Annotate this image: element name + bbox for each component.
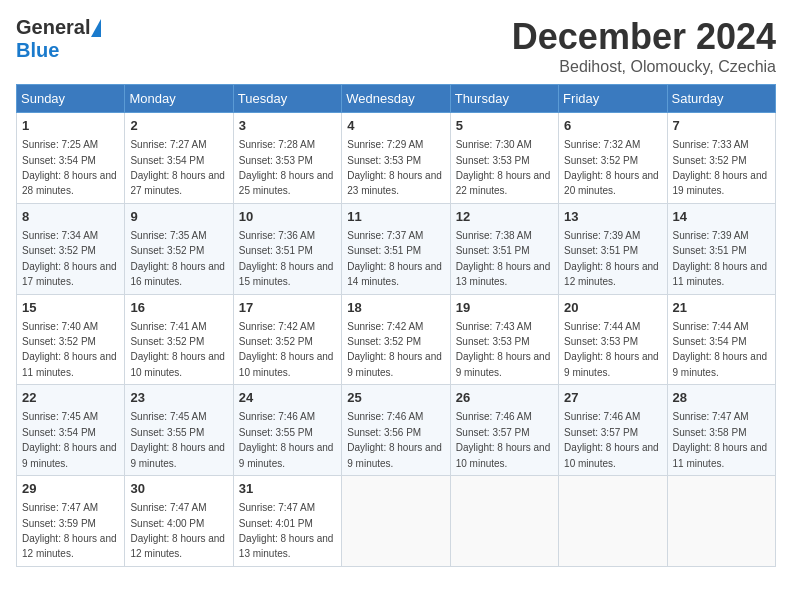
logo-triangle-icon [91, 19, 101, 37]
day-info: Sunrise: 7:43 AMSunset: 3:53 PMDaylight:… [456, 321, 551, 378]
day-number: 13 [564, 208, 661, 226]
calendar-cell [450, 476, 558, 567]
calendar-week-row: 22Sunrise: 7:45 AMSunset: 3:54 PMDayligh… [17, 385, 776, 476]
calendar-week-row: 29Sunrise: 7:47 AMSunset: 3:59 PMDayligh… [17, 476, 776, 567]
calendar-cell: 18Sunrise: 7:42 AMSunset: 3:52 PMDayligh… [342, 294, 450, 385]
day-info: Sunrise: 7:28 AMSunset: 3:53 PMDaylight:… [239, 139, 334, 196]
day-info: Sunrise: 7:47 AMSunset: 4:00 PMDaylight:… [130, 502, 225, 559]
header-tuesday: Tuesday [233, 85, 341, 113]
day-number: 30 [130, 480, 227, 498]
calendar-week-row: 8Sunrise: 7:34 AMSunset: 3:52 PMDaylight… [17, 203, 776, 294]
calendar-cell: 29Sunrise: 7:47 AMSunset: 3:59 PMDayligh… [17, 476, 125, 567]
calendar-cell [667, 476, 775, 567]
day-info: Sunrise: 7:46 AMSunset: 3:57 PMDaylight:… [564, 411, 659, 468]
day-number: 2 [130, 117, 227, 135]
day-number: 16 [130, 299, 227, 317]
month-title: December 2024 [512, 16, 776, 58]
calendar-cell: 19Sunrise: 7:43 AMSunset: 3:53 PMDayligh… [450, 294, 558, 385]
day-number: 26 [456, 389, 553, 407]
day-info: Sunrise: 7:47 AMSunset: 3:58 PMDaylight:… [673, 411, 768, 468]
day-info: Sunrise: 7:38 AMSunset: 3:51 PMDaylight:… [456, 230, 551, 287]
day-number: 5 [456, 117, 553, 135]
day-number: 21 [673, 299, 770, 317]
day-info: Sunrise: 7:45 AMSunset: 3:55 PMDaylight:… [130, 411, 225, 468]
day-info: Sunrise: 7:47 AMSunset: 3:59 PMDaylight:… [22, 502, 117, 559]
day-number: 4 [347, 117, 444, 135]
calendar-cell: 8Sunrise: 7:34 AMSunset: 3:52 PMDaylight… [17, 203, 125, 294]
logo-blue: Blue [16, 39, 59, 61]
day-info: Sunrise: 7:45 AMSunset: 3:54 PMDaylight:… [22, 411, 117, 468]
calendar-cell: 6Sunrise: 7:32 AMSunset: 3:52 PMDaylight… [559, 113, 667, 204]
day-number: 23 [130, 389, 227, 407]
day-number: 17 [239, 299, 336, 317]
day-number: 8 [22, 208, 119, 226]
day-number: 14 [673, 208, 770, 226]
day-number: 1 [22, 117, 119, 135]
calendar-cell: 27Sunrise: 7:46 AMSunset: 3:57 PMDayligh… [559, 385, 667, 476]
calendar-cell: 16Sunrise: 7:41 AMSunset: 3:52 PMDayligh… [125, 294, 233, 385]
day-number: 20 [564, 299, 661, 317]
day-info: Sunrise: 7:36 AMSunset: 3:51 PMDaylight:… [239, 230, 334, 287]
calendar-cell: 20Sunrise: 7:44 AMSunset: 3:53 PMDayligh… [559, 294, 667, 385]
day-number: 9 [130, 208, 227, 226]
day-number: 28 [673, 389, 770, 407]
day-info: Sunrise: 7:41 AMSunset: 3:52 PMDaylight:… [130, 321, 225, 378]
header-monday: Monday [125, 85, 233, 113]
day-number: 29 [22, 480, 119, 498]
calendar-cell: 31Sunrise: 7:47 AMSunset: 4:01 PMDayligh… [233, 476, 341, 567]
calendar-cell: 17Sunrise: 7:42 AMSunset: 3:52 PMDayligh… [233, 294, 341, 385]
day-info: Sunrise: 7:42 AMSunset: 3:52 PMDaylight:… [347, 321, 442, 378]
day-info: Sunrise: 7:39 AMSunset: 3:51 PMDaylight:… [673, 230, 768, 287]
logo: General Blue [16, 16, 101, 62]
day-info: Sunrise: 7:44 AMSunset: 3:53 PMDaylight:… [564, 321, 659, 378]
calendar-cell: 13Sunrise: 7:39 AMSunset: 3:51 PMDayligh… [559, 203, 667, 294]
title-section: December 2024 Bedihost, Olomoucky, Czech… [512, 16, 776, 76]
day-number: 7 [673, 117, 770, 135]
calendar-cell: 22Sunrise: 7:45 AMSunset: 3:54 PMDayligh… [17, 385, 125, 476]
day-info: Sunrise: 7:29 AMSunset: 3:53 PMDaylight:… [347, 139, 442, 196]
calendar-cell: 1Sunrise: 7:25 AMSunset: 3:54 PMDaylight… [17, 113, 125, 204]
calendar-table: Sunday Monday Tuesday Wednesday Thursday… [16, 84, 776, 567]
day-info: Sunrise: 7:39 AMSunset: 3:51 PMDaylight:… [564, 230, 659, 287]
day-info: Sunrise: 7:44 AMSunset: 3:54 PMDaylight:… [673, 321, 768, 378]
calendar-cell: 23Sunrise: 7:45 AMSunset: 3:55 PMDayligh… [125, 385, 233, 476]
day-number: 22 [22, 389, 119, 407]
logo-general: General [16, 16, 90, 39]
location-subtitle: Bedihost, Olomoucky, Czechia [512, 58, 776, 76]
calendar-cell: 4Sunrise: 7:29 AMSunset: 3:53 PMDaylight… [342, 113, 450, 204]
calendar-cell: 26Sunrise: 7:46 AMSunset: 3:57 PMDayligh… [450, 385, 558, 476]
day-number: 3 [239, 117, 336, 135]
calendar-cell: 28Sunrise: 7:47 AMSunset: 3:58 PMDayligh… [667, 385, 775, 476]
calendar-cell: 12Sunrise: 7:38 AMSunset: 3:51 PMDayligh… [450, 203, 558, 294]
day-number: 27 [564, 389, 661, 407]
header-friday: Friday [559, 85, 667, 113]
calendar-week-row: 15Sunrise: 7:40 AMSunset: 3:52 PMDayligh… [17, 294, 776, 385]
calendar-cell: 14Sunrise: 7:39 AMSunset: 3:51 PMDayligh… [667, 203, 775, 294]
header-saturday: Saturday [667, 85, 775, 113]
day-info: Sunrise: 7:35 AMSunset: 3:52 PMDaylight:… [130, 230, 225, 287]
calendar-cell: 21Sunrise: 7:44 AMSunset: 3:54 PMDayligh… [667, 294, 775, 385]
day-info: Sunrise: 7:42 AMSunset: 3:52 PMDaylight:… [239, 321, 334, 378]
day-info: Sunrise: 7:33 AMSunset: 3:52 PMDaylight:… [673, 139, 768, 196]
calendar-cell: 9Sunrise: 7:35 AMSunset: 3:52 PMDaylight… [125, 203, 233, 294]
day-number: 19 [456, 299, 553, 317]
day-number: 15 [22, 299, 119, 317]
calendar-cell: 11Sunrise: 7:37 AMSunset: 3:51 PMDayligh… [342, 203, 450, 294]
day-number: 31 [239, 480, 336, 498]
day-number: 12 [456, 208, 553, 226]
header-wednesday: Wednesday [342, 85, 450, 113]
calendar-cell [342, 476, 450, 567]
day-info: Sunrise: 7:37 AMSunset: 3:51 PMDaylight:… [347, 230, 442, 287]
calendar-header-row: Sunday Monday Tuesday Wednesday Thursday… [17, 85, 776, 113]
day-number: 6 [564, 117, 661, 135]
day-info: Sunrise: 7:25 AMSunset: 3:54 PMDaylight:… [22, 139, 117, 196]
calendar-cell: 5Sunrise: 7:30 AMSunset: 3:53 PMDaylight… [450, 113, 558, 204]
day-info: Sunrise: 7:27 AMSunset: 3:54 PMDaylight:… [130, 139, 225, 196]
calendar-cell: 25Sunrise: 7:46 AMSunset: 3:56 PMDayligh… [342, 385, 450, 476]
day-number: 25 [347, 389, 444, 407]
calendar-cell: 10Sunrise: 7:36 AMSunset: 3:51 PMDayligh… [233, 203, 341, 294]
day-info: Sunrise: 7:46 AMSunset: 3:56 PMDaylight:… [347, 411, 442, 468]
calendar-cell: 24Sunrise: 7:46 AMSunset: 3:55 PMDayligh… [233, 385, 341, 476]
day-info: Sunrise: 7:34 AMSunset: 3:52 PMDaylight:… [22, 230, 117, 287]
day-info: Sunrise: 7:30 AMSunset: 3:53 PMDaylight:… [456, 139, 551, 196]
